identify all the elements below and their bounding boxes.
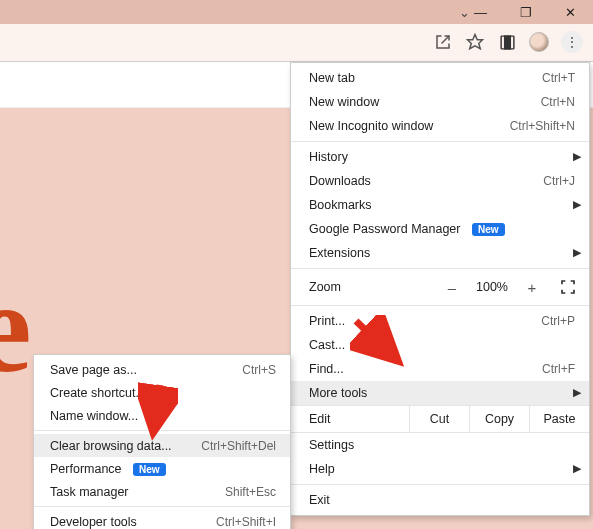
menu-shortcut: Ctrl+J: [543, 174, 575, 188]
svg-line-4: [356, 321, 394, 357]
maximize-button[interactable]: ❐: [503, 0, 548, 24]
menu-separator: [291, 484, 589, 485]
profile-avatar[interactable]: [529, 32, 549, 52]
new-badge: New: [133, 463, 166, 476]
page-logo-letter: e: [0, 262, 32, 392]
minimize-icon: —: [474, 5, 487, 20]
menu-label: Downloads: [309, 174, 543, 188]
maximize-icon: ❐: [520, 5, 532, 20]
edit-cut-button[interactable]: Cut: [409, 406, 469, 432]
menu-item-zoom: Zoom – 100% +: [291, 272, 589, 302]
menu-label: Find...: [309, 362, 542, 376]
menu-label: Bookmarks: [309, 198, 575, 212]
submenu-chevron-icon: ▶: [573, 386, 581, 399]
share-icon[interactable]: [433, 32, 453, 52]
kebab-menu-button[interactable]: ⋮: [561, 31, 583, 53]
zoom-in-button[interactable]: +: [519, 276, 545, 298]
menu-separator: [291, 268, 589, 269]
menu-label: Print...: [309, 314, 541, 328]
submenu-shortcut: Ctrl+Shift+Del: [201, 439, 276, 453]
menu-label: Zoom: [309, 280, 439, 294]
submenu-label: Save page as...: [50, 363, 242, 377]
submenu-item-developer-tools[interactable]: Developer tools Ctrl+Shift+I: [34, 510, 290, 529]
submenu-item-task-manager[interactable]: Task manager Shift+Esc: [34, 480, 290, 503]
submenu-shortcut: Shift+Esc: [225, 485, 276, 499]
menu-label: More tools: [309, 386, 575, 400]
submenu-chevron-icon: ▶: [573, 198, 581, 211]
menu-item-edit-row: Edit Cut Copy Paste: [291, 405, 589, 433]
edit-paste-button[interactable]: Paste: [529, 406, 589, 432]
svg-rect-2: [504, 36, 510, 49]
submenu-chevron-icon: ▶: [573, 462, 581, 475]
menu-item-new-window[interactable]: New window Ctrl+N: [291, 90, 589, 114]
submenu-chevron-icon: ▶: [573, 150, 581, 163]
close-icon: ✕: [565, 5, 576, 20]
zoom-controls: – 100% +: [439, 276, 579, 298]
minimize-button[interactable]: —: [458, 0, 503, 24]
menu-item-extensions[interactable]: Extensions ▶: [291, 241, 589, 265]
menu-shortcut: Ctrl+Shift+N: [510, 119, 575, 133]
submenu-item-save-page[interactable]: Save page as... Ctrl+S: [34, 358, 290, 381]
menu-label: New window: [309, 95, 541, 109]
submenu-chevron-icon: ▶: [573, 246, 581, 259]
menu-item-exit[interactable]: Exit: [291, 488, 589, 512]
menu-label: New tab: [309, 71, 542, 85]
menu-item-help[interactable]: Help ▶: [291, 457, 589, 481]
menu-separator: [291, 141, 589, 142]
menu-shortcut: Ctrl+P: [541, 314, 575, 328]
menu-item-new-tab[interactable]: New tab Ctrl+T: [291, 66, 589, 90]
menu-item-cast[interactable]: Cast...: [291, 333, 589, 357]
main-menu: New tab Ctrl+T New window Ctrl+N New Inc…: [290, 62, 590, 516]
toolbar-right-cluster: ⋮: [433, 30, 583, 54]
menu-label: Settings: [309, 438, 575, 452]
menu-shortcut: Ctrl+T: [542, 71, 575, 85]
edit-copy-button[interactable]: Copy: [469, 406, 529, 432]
fullscreen-button[interactable]: [557, 276, 579, 298]
menu-item-history[interactable]: History ▶: [291, 145, 589, 169]
close-button[interactable]: ✕: [548, 0, 593, 24]
submenu-label: Task manager: [50, 485, 225, 499]
menu-item-incognito[interactable]: New Incognito window Ctrl+Shift+N: [291, 114, 589, 138]
annotation-arrow-more-tools: [350, 315, 408, 373]
svg-line-6: [154, 385, 160, 427]
extensions-puzzle-icon[interactable]: [497, 32, 517, 52]
menu-label: Google Password Manager New: [309, 222, 575, 236]
menu-label: Cast...: [309, 338, 575, 352]
submenu-label: Developer tools: [50, 515, 216, 529]
svg-marker-0: [468, 35, 483, 49]
menu-label: Exit: [309, 493, 575, 507]
menu-item-password-manager[interactable]: Google Password Manager New: [291, 217, 589, 241]
menu-separator: [291, 305, 589, 306]
menu-label: New Incognito window: [309, 119, 510, 133]
menu-item-more-tools[interactable]: More tools ▶: [291, 381, 589, 405]
menu-label: History: [309, 150, 575, 164]
menu-item-settings[interactable]: Settings: [291, 433, 589, 457]
menu-separator: [34, 506, 290, 507]
window-controls: — ❐ ✕: [458, 0, 593, 24]
submenu-label: Performance New: [50, 462, 276, 476]
menu-label: Help: [309, 462, 575, 476]
submenu-label: Clear browsing data...: [50, 439, 201, 453]
kebab-icon: ⋮: [565, 34, 579, 50]
submenu-shortcut: Ctrl+Shift+I: [216, 515, 276, 529]
menu-shortcut: Ctrl+N: [541, 95, 575, 109]
menu-item-downloads[interactable]: Downloads Ctrl+J: [291, 169, 589, 193]
annotation-arrow-clear-data: [138, 381, 178, 441]
menu-item-print[interactable]: Print... Ctrl+P: [291, 309, 589, 333]
new-badge: New: [472, 223, 505, 236]
zoom-percentage: 100%: [471, 280, 513, 294]
submenu-shortcut: Ctrl+S: [242, 363, 276, 377]
submenu-item-performance[interactable]: Performance New: [34, 457, 290, 480]
menu-label: Edit: [291, 406, 409, 432]
menu-shortcut: Ctrl+F: [542, 362, 575, 376]
bookmark-star-icon[interactable]: [465, 32, 485, 52]
menu-label: Extensions: [309, 246, 575, 260]
menu-item-bookmarks[interactable]: Bookmarks ▶: [291, 193, 589, 217]
menu-item-find[interactable]: Find... Ctrl+F: [291, 357, 589, 381]
zoom-out-button[interactable]: –: [439, 276, 465, 298]
